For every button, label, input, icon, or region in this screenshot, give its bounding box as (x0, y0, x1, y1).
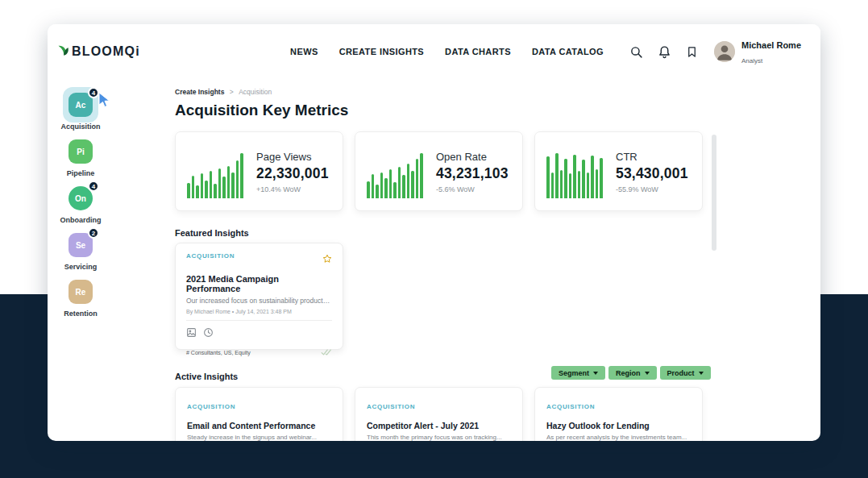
card-excerpt: Our increased focus on sustainability pr… (186, 297, 332, 305)
filter-bar: Segment Region Product (551, 366, 711, 380)
insight-card-competitor-alert[interactable]: ACQUISITION Competitor Alert - July 2021… (355, 387, 523, 441)
app-window: BLOOMQi NEWS CREATE INSIGHTS DATA CHARTS… (48, 24, 820, 441)
chevron-down-icon (699, 372, 704, 375)
sidebar-item-label: Retention (48, 310, 114, 318)
nav-news[interactable]: NEWS (290, 47, 318, 56)
metric-label: Page Views (256, 151, 329, 163)
sidebar-item-label: Servicing (48, 263, 114, 271)
metric-value: 43,231,103 (436, 165, 509, 182)
brand-leaf-icon (57, 43, 69, 60)
favorite-star-icon[interactable] (322, 252, 332, 267)
card-title: Competitor Alert - July 2021 (367, 421, 511, 430)
featured-insights-heading: Featured Insights (175, 228, 249, 238)
search-icon[interactable] (629, 45, 643, 59)
metric-delta: -55.9% WoW (616, 185, 688, 193)
active-insights-heading: Active Insights (175, 372, 238, 381)
main-nav: NEWS CREATE INSIGHTS DATA CHARTS DATA CA… (290, 47, 604, 56)
metric-delta: +10.4% WoW (256, 185, 329, 193)
breadcrumb: Create Insights > Acquisition (175, 88, 272, 96)
card-title: Hazy Outlook for Lending (546, 421, 691, 430)
metric-card-open-rate: Open Rate 43,231,103 -5.6% WoW (355, 131, 523, 211)
ctr-sparkline-chart (546, 153, 606, 200)
metric-value: 22,330,001 (256, 165, 329, 182)
card-category-label: ACQUISITION (367, 403, 415, 410)
metric-card-ctr: CTR 53,430,001 -55.9% WoW (534, 131, 703, 211)
onboarding-badge: 4 (88, 181, 99, 192)
mouse-cursor-icon (98, 92, 114, 112)
read-checkmarks-icon (321, 345, 332, 360)
sidebar-item-label: Onboarding (48, 216, 114, 224)
product-filter-button[interactable]: Product (660, 366, 711, 380)
user-name: Michael Rome (741, 40, 801, 50)
brand-logo[interactable]: BLOOMQi (57, 43, 140, 60)
open-rate-sparkline-chart (367, 153, 426, 200)
header-icons (629, 45, 698, 59)
brand-name: BLOOMQi (72, 44, 140, 59)
avatar (714, 41, 735, 62)
page-title: Acquisition Key Metrics (175, 102, 348, 119)
nav-create-insights[interactable]: CREATE INSIGHTS (339, 47, 424, 56)
clock-icon[interactable] (203, 326, 214, 341)
breadcrumb-separator: > (230, 88, 234, 96)
retention-tile: Re (69, 280, 93, 304)
card-tags: # Consultants, US, Equity (186, 350, 251, 355)
vertical-scrollbar[interactable] (712, 135, 716, 251)
bookmark-icon[interactable] (686, 45, 698, 59)
sidebar-item-retention[interactable]: Re Retention (48, 274, 114, 318)
sidebar-item-pipeline[interactable]: Pi Pipeline (48, 134, 114, 177)
card-category-label: ACQUISITION (546, 403, 595, 410)
featured-insight-card[interactable]: ACQUISITION 2021 Media Campaign Performa… (175, 243, 343, 350)
image-attachment-icon[interactable] (186, 326, 197, 341)
sidebar: Ac4 Acquisition Pi Pipeline On4 Onboardi… (48, 87, 114, 318)
card-byline: By Michael Rome • July 14, 2021 3:48 PM (186, 309, 332, 314)
servicing-badge: 2 (88, 227, 99, 239)
notifications-bell-icon[interactable] (658, 45, 671, 59)
divider (186, 320, 332, 321)
nav-data-charts[interactable]: DATA CHARTS (445, 47, 511, 56)
card-category-label: ACQUISITION (187, 403, 235, 410)
metric-delta: -5.6% WoW (436, 185, 509, 193)
metric-label: CTR (616, 151, 688, 163)
card-title: Email and Content Performance (187, 421, 331, 430)
acquisition-badge: 4 (88, 87, 99, 98)
page-views-sparkline-chart (187, 153, 247, 200)
sidebar-item-label: Pipeline (48, 169, 114, 177)
user-profile[interactable]: Michael Rome Analyst (714, 37, 801, 66)
user-role: Analyst (741, 57, 762, 64)
acquisition-tile: Ac4 (69, 93, 93, 117)
metric-label: Open Rate (436, 151, 509, 163)
card-excerpt: Steady increase in the signups and webin… (187, 434, 331, 441)
chevron-down-icon (593, 372, 598, 375)
sidebar-item-label: Acquisition (48, 123, 114, 131)
breadcrumb-current: Acquisition (239, 88, 272, 96)
nav-data-catalog[interactable]: DATA CATALOG (532, 47, 604, 56)
card-title: 2021 Media Campaign Performance (186, 274, 332, 293)
segment-filter-button[interactable]: Segment (551, 366, 605, 380)
sidebar-item-onboarding[interactable]: On4 Onboarding (48, 181, 114, 224)
sidebar-item-servicing[interactable]: Se2 Servicing (48, 227, 114, 271)
metric-value: 53,430,001 (616, 165, 688, 182)
chevron-down-icon (645, 372, 650, 375)
pipeline-tile: Pi (69, 139, 93, 164)
breadcrumb-create-insights[interactable]: Create Insights (175, 88, 224, 96)
top-navbar: BLOOMQi NEWS CREATE INSIGHTS DATA CHARTS… (48, 24, 820, 79)
region-filter-button[interactable]: Region (608, 366, 657, 380)
card-category-label: ACQUISITION (186, 252, 235, 260)
insight-card-email-content[interactable]: ACQUISITION Email and Content Performanc… (175, 387, 343, 441)
servicing-tile: Se2 (69, 233, 93, 257)
insight-card-hazy-outlook[interactable]: ACQUISITION Hazy Outlook for Lending As … (534, 387, 703, 441)
card-excerpt: As per recent analysis by the investment… (546, 434, 691, 441)
metric-card-page-views: Page Views 22,330,001 +10.4% WoW (175, 131, 343, 211)
onboarding-tile: On4 (69, 186, 93, 210)
card-excerpt: This month the primary focus was on trac… (367, 434, 511, 441)
